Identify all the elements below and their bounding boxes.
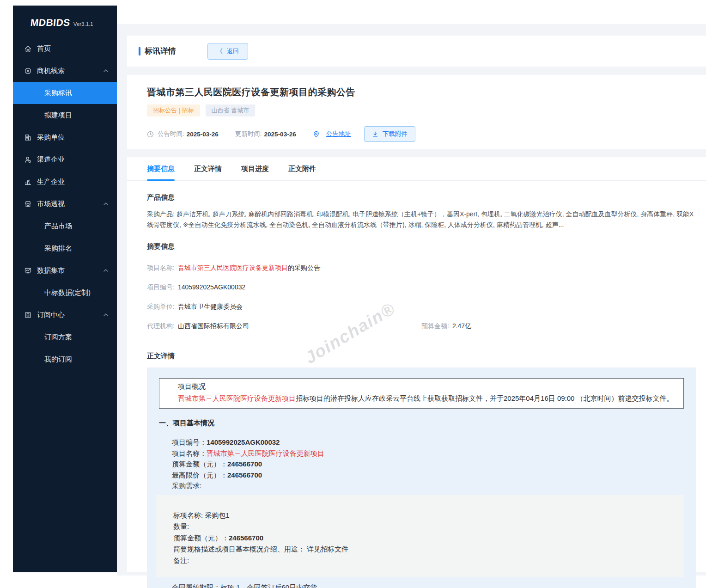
sidebar-item-label: 我的订阅 (44, 355, 72, 364)
agency-value: 山西省国际招标有限公司 (178, 322, 249, 331)
logo-version: Ver3.1.1 (73, 21, 93, 27)
field-label: 项目名称: (147, 264, 175, 272)
logo-text: MDBIDS (30, 17, 71, 28)
tab-summary[interactable]: 摘要信息 (147, 157, 175, 180)
project-name-rest: 的采购公告 (288, 264, 320, 271)
channel-person-icon (24, 156, 32, 164)
package-budget-line: 预算金额（元）：246566700 (173, 533, 679, 544)
tab-project-progress[interactable]: 项目进度 (241, 157, 269, 180)
basic-info-section-title: 一、项目基本情况 (159, 419, 684, 428)
update-time-label: 更新时间: (235, 130, 262, 138)
detail-content-box: 项目概况 晋城市第三人民医院医疗设备更新项目招标项目的潜在投标人应在政采云平台线… (147, 368, 696, 588)
tab-bar: 摘要信息 正文详情 项目进度 正文附件 (127, 157, 706, 181)
publish-time-value: 2025-03-26 (187, 131, 219, 138)
chevron-up-icon[interactable] (103, 313, 109, 317)
title-accent-bar (139, 47, 140, 55)
sidebar-item-label: 采购单位 (37, 133, 65, 142)
field-label: 代理机构: (147, 322, 175, 331)
sidebar-item-product-market[interactable]: 产品市场 (13, 215, 117, 237)
sidebar-item-manufacturers[interactable]: 生产企业 (13, 171, 117, 193)
tab-full-text[interactable]: 正文详情 (194, 157, 222, 180)
summary-heading: 摘要信息 (147, 242, 696, 251)
sidebar-item-label: 商机线索 (37, 67, 65, 75)
package-name-line: 标项名称: 采购包1 (173, 510, 679, 521)
factory-chart-icon (24, 178, 32, 186)
field-label: 项目编号: (147, 283, 175, 292)
bookmark-icon (24, 311, 32, 319)
sidebar-item-market-insight[interactable]: 市场透视 (13, 193, 117, 215)
product-info-heading: 产品信息 (147, 193, 696, 202)
detail-header-card: 标讯详情 《 返回 (127, 36, 706, 67)
chevron-up-icon[interactable] (103, 69, 109, 73)
sidebar-item-procurement-ranking[interactable]: 采购排名 (13, 237, 117, 259)
package-name: 采购包1 (205, 511, 229, 519)
sidebar-item-label: 订阅方案 (44, 333, 72, 342)
chevron-up-icon[interactable] (103, 202, 109, 206)
detail-project-number: 1405992025AGK00032 (207, 438, 280, 446)
sidebar-item-label: 市场透视 (37, 200, 65, 208)
chevron-up-icon[interactable] (103, 269, 109, 273)
sidebar-item-subscription-center[interactable]: 订阅中心 (13, 304, 117, 326)
package-info-box: 标项名称: 采购包1 数量: 预算金额（元）：246566700 简要规格描述或… (156, 495, 684, 578)
back-arrows-icon: 《 (217, 47, 223, 55)
back-button-label: 返回 (227, 47, 239, 55)
package-qty-line: 数量: (173, 521, 679, 533)
sidebar-item-label: 采购标讯 (44, 89, 72, 98)
detail-demand-line: 采购需求: (172, 480, 684, 491)
publish-time-label: 公告时间: (158, 130, 184, 138)
opportunity-icon (24, 67, 32, 75)
package-desc-line: 简要规格描述或项目基本概况介绍、用途： 详见招标文件 (173, 544, 679, 555)
back-button[interactable]: 《 返回 (207, 43, 248, 60)
budget-label: 预算金额: (421, 322, 449, 331)
download-attachment-label: 下载附件 (383, 130, 408, 138)
field-agency-and-budget: 代理机构: 山西省国际招标有限公司 预算金额: 2.47亿 (147, 322, 696, 331)
purchasing-unit-value: 晋城市卫生健康委员会 (178, 303, 243, 311)
project-overview-box: 项目概况 晋城市第三人民医院医疗设备更新项目招标项目的潜在投标人应在政采云平台线… (159, 378, 684, 409)
download-attachment-button[interactable]: 下载附件 (364, 126, 415, 142)
sidebar-item-award-data[interactable]: 中标数据(定制) (13, 282, 117, 304)
project-name-highlight: 晋城市第三人民医院医疗设备更新项目 (178, 264, 288, 271)
chart-board-icon (24, 267, 32, 275)
sidebar-item-opportunity[interactable]: 商机线索 (13, 60, 117, 82)
detail-budget-amount: 246566700 (227, 460, 262, 468)
detail-project-number-line: 项目编号：1405992025AGK00032 (172, 437, 684, 448)
sidebar-item-label: 数据集市 (37, 266, 65, 275)
announcement-type-badge: 招标公告 | 招标 (147, 104, 200, 116)
meta-row: 公告时间: 2025-03-26 更新时间: 2025-03-26 公告地址 下… (147, 126, 697, 142)
sidebar-item-proposed-projects[interactable]: 拟建项目 (13, 104, 117, 126)
project-number-value: 1405992025AGK00032 (178, 283, 245, 291)
storefront-icon (24, 200, 32, 208)
field-purchasing-unit: 采购单位: 晋城市卫生健康委员会 (147, 303, 696, 311)
sidebar-item-procurement-news[interactable]: 采购标讯 (13, 82, 117, 104)
detail-max-price: 246566700 (227, 471, 262, 479)
page-title: 标讯详情 (145, 46, 176, 56)
sidebar-item-my-subscriptions[interactable]: 我的订阅 (13, 348, 117, 370)
sidebar-item-label: 渠道企业 (37, 155, 65, 164)
sidebar-item-channel-companies[interactable]: 渠道企业 (13, 148, 117, 171)
region-badge: 山西省 晋城市 (206, 104, 256, 116)
sidebar-item-data-mart[interactable]: 数据集市 (13, 259, 117, 282)
location-icon (313, 131, 320, 138)
announcement-body-card: 摘要信息 正文详情 项目进度 正文附件 产品信息 采购产品: 超声洁牙机, 超声… (127, 157, 706, 572)
announcement-title: 晋城市第三人民医院医疗设备更新项目的采购公告 (147, 86, 697, 98)
detail-project-name: 晋城市第三人民医院医疗设备更新项目 (207, 449, 324, 457)
sidebar-item-home[interactable]: 首页 (13, 37, 117, 60)
field-project-name: 项目名称: 晋城市第三人民医院医疗设备更新项目的采购公告 (147, 264, 696, 272)
tab-attachments[interactable]: 正文附件 (288, 157, 316, 180)
package-budget: 246566700 (229, 534, 263, 542)
sidebar-item-purchasing-units[interactable]: 采购单位 (13, 126, 117, 148)
detail-heading: 正文详情 (147, 352, 696, 361)
package-desc: 详见招标文件 (307, 545, 348, 553)
building-icon (24, 134, 32, 141)
sidebar-item-subscription-plans[interactable]: 订阅方案 (13, 326, 117, 348)
detail-budget-line: 预算金额（元）：246566700 (172, 459, 684, 470)
sidebar-item-label: 拟建项目 (44, 111, 72, 120)
detail-project-name-line: 项目名称：晋城市第三人民医院医疗设备更新项目 (172, 448, 684, 459)
announcement-address-link[interactable]: 公告地址 (326, 130, 351, 138)
announcement-header-card: 晋城市第三人民医院医疗设备更新项目的采购公告 招标公告 | 招标 山西省 晋城市… (127, 75, 706, 149)
page-title-wrap: 标讯详情 (139, 46, 176, 56)
sidebar-item-label: 产品市场 (44, 222, 72, 231)
overview-text-rest: 招标项目的潜在投标人应在政采云平台线上获取获取招标文件，并于2025年04月16… (296, 394, 674, 402)
overview-project-name-highlight: 晋城市第三人民医院医疗设备更新项目 (178, 394, 296, 402)
overview-text: 晋城市第三人民医院医疗设备更新项目招标项目的潜在投标人应在政采云平台线上获取获取… (164, 392, 679, 404)
